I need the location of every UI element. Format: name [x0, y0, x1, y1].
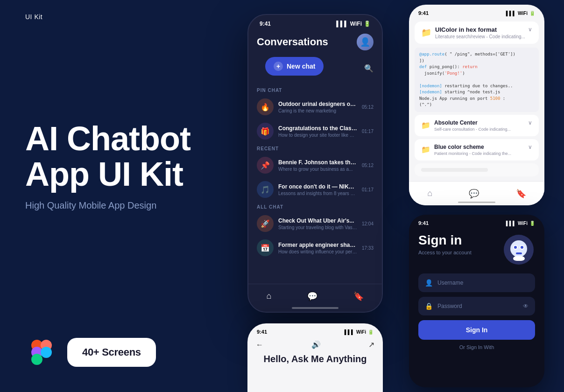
conversations-title: Conversations — [257, 36, 328, 48]
svg-rect-12 — [516, 252, 522, 254]
list-item[interactable]: 📌 Bennie F. Johnson takes the... Where t… — [248, 153, 382, 177]
volume-icon[interactable]: 🔊 — [311, 340, 321, 349]
section-pin: PIN CHAT — [248, 85, 382, 95]
nav-home-icon-light[interactable]: ⌂ — [427, 189, 432, 198]
status-bar-main: 9:41 ▌▌▌ WiFi 🔋 — [248, 15, 382, 30]
chat-text: For once don't do it — NIKE's... Lessons… — [278, 183, 357, 196]
bottom-nav-main: ⌂ 💬 🔖 — [248, 284, 382, 312]
nav-home-icon[interactable]: ⌂ — [267, 291, 272, 301]
panel-absolute-center[interactable]: 📁 Absolute Center Self-care consultation… — [415, 115, 539, 136]
status-time-chat: 9:41 — [257, 329, 267, 335]
signin-header-row: Sign in Access to your account — [418, 233, 535, 266]
signin-text-block: Sign in Access to your account — [418, 233, 472, 255]
chat-nav-bar: ← 🔊 ↗ — [247, 337, 383, 352]
new-chat-label: New chat — [287, 63, 315, 70]
bottom-badges: 40+ Screens — [25, 336, 156, 369]
chat-greeting: Hello, Ask Me Anything — [247, 354, 383, 364]
svg-point-11 — [521, 246, 523, 249]
signin-title: Sign in — [418, 233, 472, 248]
list-item[interactable]: 📅 Former apple engineer shares a... How … — [248, 236, 382, 260]
chat-text: Congratulations to the Class of... How t… — [278, 125, 357, 138]
chat-icon: 📅 — [257, 239, 274, 256]
phone-header-main: Conversations 👤 — [248, 30, 382, 55]
chat-title: Former apple engineer shares a... — [278, 242, 357, 248]
eye-icon[interactable]: 👁 — [523, 303, 529, 309]
status-time-light: 9:41 — [418, 10, 429, 16]
panel-row: 📁 Absolute Center Self-care consultation… — [421, 119, 532, 132]
home-indicator-light — [458, 202, 495, 203]
status-time-main: 9:41 — [260, 21, 271, 27]
list-item[interactable]: 🚀 Check Out What Uber Air's... Starting … — [248, 211, 382, 236]
folder-icon-yellow: 📁 — [421, 121, 430, 130]
panel-blue-scheme[interactable]: 📁 Blue color scheme Patient monitoring -… — [415, 139, 539, 161]
plus-icon: + — [274, 62, 283, 71]
chevron-down-icon: ∨ — [528, 26, 532, 33]
chat-time: 17:33 — [362, 245, 374, 251]
chat-text: Bennie F. Johnson takes the... Where to … — [278, 159, 357, 172]
chat-text: Check Out What Uber Air's... Starting yo… — [278, 217, 357, 230]
status-bar-chat: 9:41 ▌▌▌ WiFi 🔋 — [247, 323, 383, 337]
folder-icon-blue: 📁 — [421, 145, 430, 154]
robot-illustration — [502, 233, 535, 266]
phone-signin: 9:41 ▌▌▌ WiFi 🔋 Sign in Access to your a… — [409, 215, 544, 387]
nav-chat-icon-light[interactable]: 💬 — [469, 189, 479, 199]
back-icon[interactable]: ← — [256, 341, 263, 349]
section-all: ALL CHAT — [248, 202, 382, 211]
chat-text: Former apple engineer shares a... How do… — [278, 242, 357, 254]
code-block: @app.route( " /ping", methods=['GET']) ]… — [415, 48, 539, 112]
list-item[interactable]: 🎁 Congratulations to the Class of... How… — [248, 119, 382, 143]
chat-preview: Lessons and insights from 8 years of... — [278, 191, 357, 196]
panel-partial — [415, 163, 539, 176]
panel-header: 📁 UIColor in hex format Literature searc… — [421, 26, 532, 39]
folder-icon: 📁 — [421, 28, 431, 38]
username-placeholder: Username — [437, 280, 463, 286]
nav-bookmark-icon[interactable]: 🔖 — [353, 291, 364, 301]
status-bar-light: 9:41 ▌▌▌ WiFi 🔋 — [409, 5, 544, 19]
signin-content: Sign in Access to your account 👤 — [409, 229, 544, 355]
signin-button[interactable]: Sign In — [418, 320, 535, 340]
list-item[interactable]: 🔥 Outdoor urinal designers offer... Cari… — [248, 95, 382, 119]
panel-title: Blue color scheme — [434, 144, 511, 150]
list-item[interactable]: 🎵 For once don't do it — NIKE's... Lesso… — [248, 177, 382, 202]
chat-preview: Starting your traveling blog with Vasco — [278, 225, 357, 230]
signin-subtitle: Access to your account — [418, 250, 472, 255]
nav-chat-icon[interactable]: 💬 — [307, 291, 317, 301]
chat-preview: Caring is the new marketing — [278, 108, 357, 113]
panel-subtitle: Literature search/review - Code indicati… — [435, 34, 525, 39]
chat-time: 05:12 — [362, 105, 374, 110]
chat-preview: How does writing influence your personal… — [278, 249, 357, 254]
lock-icon: 🔒 — [425, 302, 433, 310]
svg-point-4 — [41, 347, 52, 358]
chat-time: 01:17 — [362, 129, 374, 134]
chat-icon: 🎁 — [257, 123, 274, 140]
share-icon[interactable]: ↗ — [368, 340, 374, 349]
section-recent: RECENT — [248, 143, 382, 153]
svg-point-5 — [31, 354, 42, 365]
chat-preview: Where to grow your business as a... — [278, 167, 357, 172]
status-icons-main: ▌▌▌ WiFi 🔋 — [336, 21, 371, 27]
chevron-down-icon: ∨ — [528, 144, 532, 150]
chat-time: 12:04 — [362, 221, 374, 226]
username-field[interactable]: 👤 Username — [418, 273, 535, 292]
svg-point-7 — [510, 240, 527, 257]
panel-title: Absolute Center — [434, 119, 511, 126]
chat-icon: 🎵 — [257, 181, 274, 198]
chat-title: Bennie F. Johnson takes the... — [278, 159, 357, 166]
status-bar-signin: 9:41 ▌▌▌ WiFi 🔋 — [409, 215, 544, 229]
new-chat-button[interactable]: + New chat — [265, 57, 324, 76]
user-icon: 👤 — [425, 279, 433, 287]
chat-icon: 📌 — [257, 157, 274, 174]
svg-point-10 — [514, 246, 517, 249]
nav-bookmark-icon-light[interactable]: 🔖 — [516, 189, 526, 199]
or-signin-text: Or Sign In With — [418, 344, 535, 350]
user-avatar[interactable]: 👤 — [357, 34, 374, 50]
bottom-nav-light: ⌂ 💬 🔖 — [409, 181, 544, 205]
search-icon[interactable]: 🔍 — [364, 64, 374, 73]
panel-subtitle: Self-care consultation - Code indicating… — [434, 127, 511, 132]
phone-main: 9:41 ▌▌▌ WiFi 🔋 Conversations 👤 + New ch… — [247, 14, 383, 313]
hero-subtitle: High Quality Mobile App Design — [25, 200, 190, 211]
screens-badge: 40+ Screens — [67, 338, 156, 367]
panel-uicolor[interactable]: 📁 UIColor in hex format Literature searc… — [415, 21, 539, 44]
password-field[interactable]: 🔒 Password 👁 — [418, 297, 535, 315]
chat-title: Check Out What Uber Air's... — [278, 217, 357, 224]
